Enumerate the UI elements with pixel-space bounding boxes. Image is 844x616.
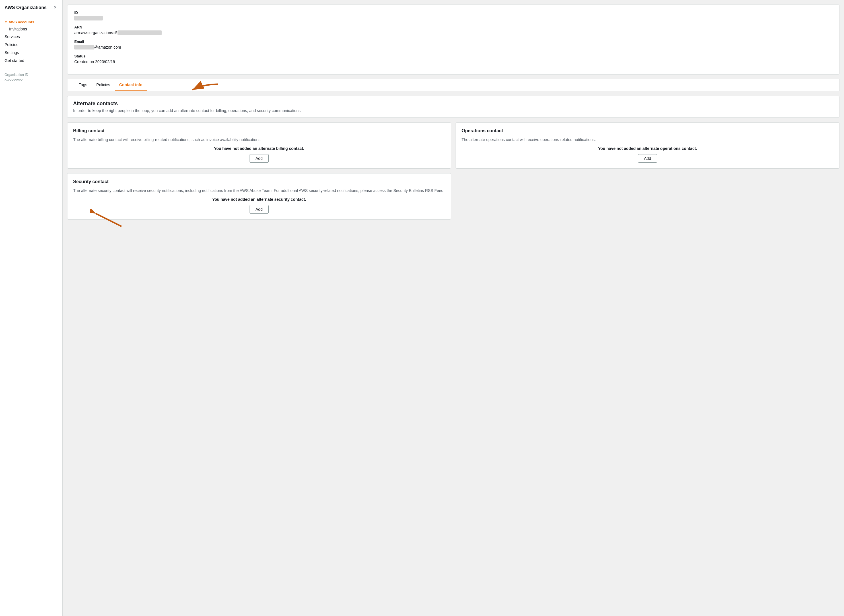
close-button[interactable]: ×: [52, 4, 58, 10]
security-contact-desc: The alternate security contact will rece…: [73, 188, 445, 194]
tabs-wrapper: Tags Policies Contact info: [67, 79, 840, 91]
tab-contact-info[interactable]: Contact info: [115, 79, 147, 91]
org-id-section: Organization ID o-xxxxxxxx: [0, 69, 62, 86]
alternate-contacts-desc: In order to keep the right people in the…: [73, 109, 834, 113]
operations-add-button-row: Add: [462, 154, 834, 163]
tab-tags[interactable]: Tags: [74, 79, 92, 91]
sidebar-divider: [0, 67, 62, 67]
operations-contact-empty: You have not added an alternate operatio…: [462, 146, 834, 151]
main-content: ID ARN arn:aws:organizations::5 Email @a…: [63, 0, 844, 616]
triangle-icon: ▼: [4, 21, 7, 23]
email-label: Email: [74, 40, 832, 44]
sidebar-nav: ▼ AWS accounts Invitations Services Poli…: [0, 14, 62, 89]
arn-field: ARN arn:aws:organizations::5: [74, 25, 832, 35]
org-id-label: Organization ID: [4, 73, 58, 77]
id-field: ID: [74, 10, 832, 21]
status-value: Created on 2020/02/19: [74, 59, 832, 64]
sidebar-item-aws-accounts[interactable]: ▼ AWS accounts: [0, 18, 62, 25]
account-details-card: ID ARN arn:aws:organizations::5 Email @a…: [67, 4, 840, 75]
sidebar-item-invitations[interactable]: Invitations: [0, 25, 62, 33]
sidebar: AWS Organizations × ▼ AWS accounts Invit…: [0, 0, 63, 616]
security-grid-empty: [456, 173, 840, 220]
sidebar-header: AWS Organizations ×: [0, 0, 62, 14]
alternate-contacts-section: Alternate contacts In order to keep the …: [67, 96, 840, 220]
security-add-arrow: [90, 209, 127, 229]
tabs: Tags Policies Contact info: [67, 79, 840, 91]
arn-value: arn:aws:organizations::5: [74, 31, 832, 35]
operations-add-button[interactable]: Add: [638, 154, 657, 163]
sidebar-item-get-started[interactable]: Get started: [0, 57, 62, 65]
aws-accounts-label: AWS accounts: [9, 20, 34, 24]
security-card-wrapper: Security contact The alternate security …: [67, 173, 840, 220]
org-id-value: o-xxxxxxxx: [4, 78, 58, 82]
sidebar-title: AWS Organizations: [4, 5, 47, 10]
id-value: [74, 16, 103, 21]
sidebar-item-settings[interactable]: Settings: [0, 48, 62, 57]
security-contact-card: Security contact The alternate security …: [67, 173, 451, 220]
alternate-contacts-header: Alternate contacts In order to keep the …: [67, 96, 840, 118]
billing-contact-card: Billing contact The alternate billing co…: [67, 122, 451, 169]
operations-contact-card: Operations contact The alternate operati…: [456, 122, 840, 169]
sidebar-item-services[interactable]: Services: [0, 33, 62, 41]
security-add-button[interactable]: Add: [250, 205, 269, 214]
operations-contact-desc: The alternate operations contact will re…: [462, 137, 834, 143]
billing-contact-empty: You have not added an alternate billing …: [73, 146, 445, 151]
id-label: ID: [74, 10, 832, 15]
security-contact-title: Security contact: [73, 179, 445, 184]
alternate-contacts-title: Alternate contacts: [73, 101, 834, 107]
operations-contact-title: Operations contact: [462, 128, 834, 133]
billing-operations-grid: Billing contact The alternate billing co…: [67, 122, 840, 169]
status-field: Status Created on 2020/02/19: [74, 54, 832, 64]
security-contact-empty: You have not added an alternate security…: [73, 197, 445, 202]
security-grid: Security contact The alternate security …: [67, 173, 840, 220]
billing-add-button[interactable]: Add: [250, 154, 269, 163]
arn-label: ARN: [74, 25, 832, 29]
security-add-button-row: Add: [73, 205, 445, 214]
tab-policies[interactable]: Policies: [92, 79, 115, 91]
billing-add-button-row: Add: [73, 154, 445, 163]
sidebar-item-policies[interactable]: Policies: [0, 41, 62, 48]
email-field: Email @amazon.com: [74, 40, 832, 50]
status-label: Status: [74, 54, 832, 58]
email-value: @amazon.com: [74, 45, 832, 50]
billing-contact-title: Billing contact: [73, 128, 445, 133]
billing-contact-desc: The alternate billing contact will recei…: [73, 137, 445, 143]
